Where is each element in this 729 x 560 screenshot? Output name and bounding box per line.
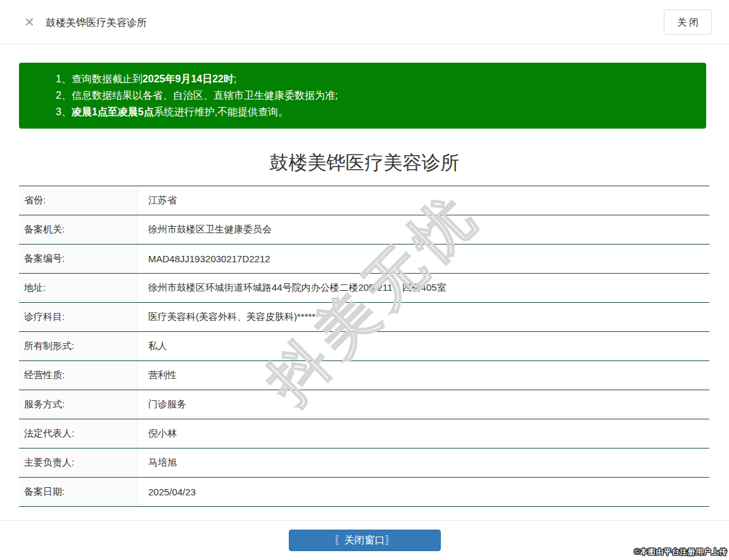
record-value: 倪小林: [138, 419, 709, 448]
record-value: MAD48JJ1932030217D2212: [138, 245, 709, 273]
record-row: 省份:江苏省: [19, 186, 709, 215]
record-label: 省份:: [19, 186, 138, 215]
record-row: 主要负责人:马培旭: [19, 449, 709, 478]
page: ✕ 鼓楼美铧医疗美容诊所 关 闭 1、查询数据截止到2025年9月14日22时;…: [0, 0, 729, 560]
record-row: 备案机关:徐州市鼓楼区卫生健康委员会: [19, 215, 709, 245]
header-title: 鼓楼美铧医疗美容诊所: [46, 16, 147, 30]
notice-box: 1、查询数据截止到2025年9月14日22时;2、信息数据结果以各省、自治区、直…: [19, 63, 706, 129]
record-label: 主要负责人:: [19, 449, 138, 477]
record-row: 诊疗科目:医疗美容科(美容外科、美容皮肤科)******: [19, 303, 709, 332]
record-row: 备案日期:2025/04/23: [19, 478, 709, 507]
record-row: 所有制形式:私人: [19, 332, 709, 361]
record-value: 江苏省: [138, 186, 709, 215]
record-value: 徐州市鼓楼区环城街道环城路44号院内办公楼二楼205-211、四楼405室: [138, 274, 709, 302]
notice-line: 3、凌晨1点至凌晨5点系统进行维护,不能提供查询。: [56, 104, 694, 120]
header: ✕ 鼓楼美铧医疗美容诊所 关 闭: [0, 0, 729, 44]
record-table: 省份:江苏省备案机关:徐州市鼓楼区卫生健康委员会备案编号:MAD48JJ1932…: [19, 186, 709, 507]
record-row: 备案编号:MAD48JJ1932030217D2212: [19, 245, 709, 274]
record-row: 地址:徐州市鼓楼区环城街道环城路44号院内办公楼二楼205-211、四楼405室: [19, 274, 709, 303]
record-value: 徐州市鼓楼区卫生健康委员会: [138, 215, 709, 244]
clinic-title: 鼓楼美铧医疗美容诊所: [0, 150, 729, 176]
record-label: 诊疗科目:: [19, 303, 138, 331]
record-value: 私人: [138, 332, 709, 360]
notice-line: 2、信息数据结果以各省、自治区、直辖市卫生健康委数据为准;: [56, 87, 694, 104]
upload-credit-watermark: ©本图由平台注册用户上传: [634, 547, 727, 557]
record-label: 备案编号:: [19, 245, 138, 273]
record-label: 备案日期:: [19, 478, 138, 506]
close-window-button[interactable]: 〖关闭窗口〗: [289, 530, 441, 551]
footer: 〖关闭窗口〗: [0, 521, 729, 551]
record-value: 医疗美容科(美容外科、美容皮肤科)******: [138, 303, 709, 331]
record-value: 营利性: [138, 361, 709, 390]
record-label: 法定代表人:: [19, 419, 138, 448]
record-row: 服务方式:门诊服务: [19, 390, 709, 419]
record-label: 服务方式:: [19, 390, 138, 419]
record-label: 地址:: [19, 274, 138, 302]
record-row: 经营性质:营利性: [19, 361, 709, 390]
record-label: 经营性质:: [19, 361, 138, 390]
record-label: 备案机关:: [19, 215, 138, 244]
close-button[interactable]: 关 闭: [664, 10, 712, 35]
notice-line: 1、查询数据截止到2025年9月14日22时;: [56, 71, 694, 87]
record-value: 2025/04/23: [138, 478, 709, 506]
record-label: 所有制形式:: [19, 332, 138, 360]
close-x-icon[interactable]: ✕: [24, 15, 35, 30]
record-row: 法定代表人:倪小林: [19, 419, 709, 449]
record-value: 马培旭: [138, 449, 709, 477]
record-value: 门诊服务: [138, 390, 709, 419]
